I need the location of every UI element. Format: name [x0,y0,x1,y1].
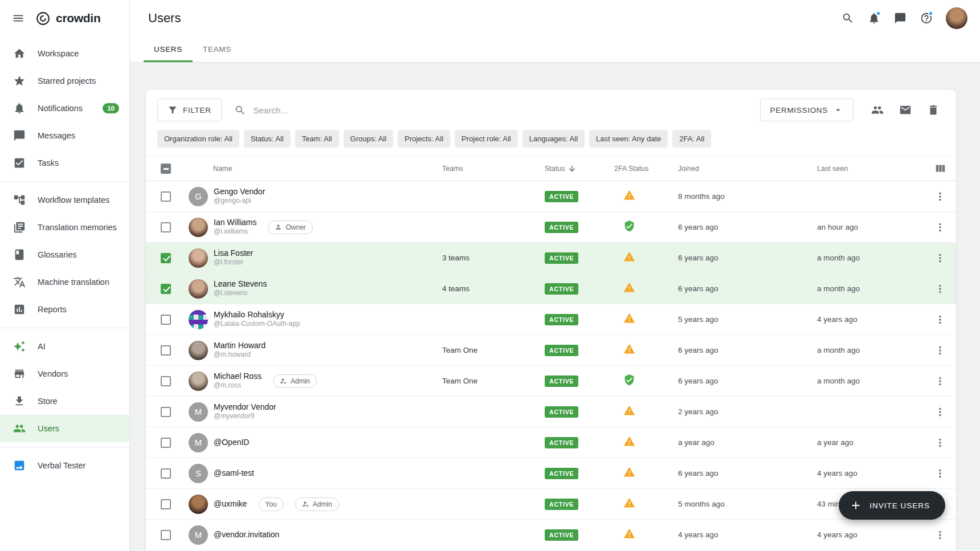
permissions-dropdown[interactable]: PERMISSIONS [760,99,854,121]
add-to-team-button[interactable] [866,99,889,121]
user-avatar[interactable] [946,7,967,29]
user-handle: @Lalala-Custom-OAuth-app [214,320,300,329]
search-input[interactable] [254,105,748,115]
notifications-button[interactable] [863,7,885,30]
sidebar-item-verbal-tester[interactable]: Verbal Tester [0,452,129,479]
row-checkbox[interactable] [161,376,171,386]
row-checkbox[interactable] [161,345,171,356]
sidebar-item-tasks[interactable]: Tasks [0,149,129,177]
sort-desc-icon[interactable] [567,164,577,173]
hamburger-icon [12,12,24,25]
column-2fa[interactable]: 2FA Status [614,165,678,173]
row-checkbox[interactable] [161,468,171,479]
ai-icon [13,340,26,353]
row-checkbox[interactable] [161,315,171,325]
task-icon [13,157,26,169]
sidebar-item-glossaries[interactable]: Glossaries [0,241,129,268]
table-row[interactable]: Ian Williams@i.williamsOwnerACTIVE6 year… [146,212,956,243]
row-checkbox[interactable] [161,191,171,202]
table-row[interactable]: GGengo Vendor@gengo-apiACTIVE8 months ag… [146,181,956,212]
row-menu-button[interactable] [930,279,950,299]
role-badge-label: Owner [285,223,305,231]
column-last-seen[interactable]: Last seen [817,165,924,173]
table-row[interactable]: Lisa Foster@l.forster3 teamsACTIVE6 year… [146,243,956,274]
row-checkbox[interactable] [161,407,171,417]
sidebar-item-translation-memories[interactable]: Translation memories [0,214,129,241]
table-row[interactable]: Michael Ross@m.rossAdminTeam OneACTIVE6 … [146,366,956,397]
search-button[interactable] [836,7,859,30]
role-badge-label: Admin [291,377,310,385]
row-checkbox[interactable] [161,530,171,540]
filter-chip[interactable]: Projects: All [398,130,450,148]
table-row[interactable]: MMyvendor Vendor@myvendor9ACTIVE2 years … [146,397,956,427]
filter-chip[interactable]: Team: All [295,130,339,148]
sidebar-item-label: Messages [38,131,75,140]
filter-button[interactable]: FILTER [157,99,222,121]
bell-icon [13,102,26,115]
sidebar-item-users[interactable]: Users [0,415,129,442]
delete-button[interactable] [922,99,945,121]
help-button[interactable] [915,7,938,30]
column-name[interactable]: Name [178,165,442,173]
teams-cell[interactable]: 3 teams [442,254,545,262]
sidebar-item-workspace[interactable]: Workspace [0,40,129,67]
messages-button[interactable] [889,7,912,30]
row-menu-button[interactable] [930,187,950,206]
row-menu-button[interactable] [930,218,950,237]
row-menu-button[interactable] [930,433,950,452]
column-status[interactable]: Status [545,164,614,173]
row-menu-button[interactable] [930,341,950,360]
select-all-checkbox[interactable] [161,164,171,174]
table-row[interactable]: @uxmikeYouAdminACTIVE5 months ago43 minu… [146,489,956,520]
teams-cell[interactable]: Team One [442,377,545,385]
column-teams[interactable]: Teams [442,165,545,173]
row-checkbox[interactable] [161,284,171,294]
row-menu-button[interactable] [930,464,950,483]
tab-users[interactable]: USERS [144,36,193,62]
columns-settings-button[interactable] [930,159,950,178]
column-joined[interactable]: Joined [678,165,817,173]
invite-users-button[interactable]: INVITE USERS [839,491,945,520]
table-row[interactable]: M@vendor.invitationACTIVE4 years ago4 ye… [146,520,956,550]
sidebar-item-notifications[interactable]: Notifications10 [0,95,129,122]
joined-date: 5 years ago [678,315,817,324]
sidebar-item-ai[interactable]: AI [0,333,129,360]
filter-chip[interactable]: 2FA: All [672,130,711,148]
row-menu-button[interactable] [930,525,950,545]
filter-chip[interactable]: Groups: All [344,130,394,148]
warning-icon [623,497,635,509]
row-checkbox[interactable] [161,499,171,509]
table-row[interactable]: Martin Howard@m.howardTeam OneACTIVE6 ye… [146,335,956,366]
row-checkbox[interactable] [161,253,171,263]
row-menu-button[interactable] [930,310,950,329]
filter-chip[interactable]: Languages: All [522,130,585,148]
table-row[interactable]: S@saml-testACTIVE6 years ago4 years ago [146,458,956,489]
table-row[interactable]: M@OpenIDACTIVEa year agoa year ago [146,427,956,458]
table-row[interactable]: Leane Stevens@l.stevens4 teamsACTIVE6 ye… [146,274,956,304]
sidebar-item-machine-translation[interactable]: Machine translation [0,268,129,296]
row-checkbox[interactable] [161,438,171,448]
filter-chip[interactable]: Last seen: Any date [589,130,668,148]
filter-chip[interactable]: Status: All [244,130,291,148]
tab-teams[interactable]: TEAMS [193,36,242,62]
sidebar-item-workflow-templates[interactable]: Workflow templates [0,186,129,214]
sidebar-item-starred-projects[interactable]: Starred projects [0,67,129,95]
filter-chip[interactable]: Organization role: All [157,130,239,148]
sidebar-item-store[interactable]: Store [0,387,129,415]
table-row[interactable]: Mykhailo Rohalskyy@Lalala-Custom-OAuth-a… [146,304,956,335]
menu-button[interactable] [7,7,30,30]
sidebar-item-label: Translation memories [38,223,117,232]
sidebar-item-messages[interactable]: Messages [0,122,129,149]
row-menu-button[interactable] [930,372,950,391]
teams-cell[interactable]: 4 teams [442,284,545,293]
teams-cell[interactable]: Team One [442,346,545,354]
row-checkbox[interactable] [161,222,171,232]
email-button[interactable] [894,99,917,121]
sidebar-item-vendors[interactable]: Vendors [0,360,129,387]
row-menu-button[interactable] [930,248,950,268]
row-menu-button[interactable] [930,402,950,422]
sidebar-item-reports[interactable]: Reports [0,296,129,323]
filter-chip[interactable]: Project role: All [455,130,518,148]
joined-date: 5 months ago [678,500,817,508]
avatar: G [189,187,208,206]
